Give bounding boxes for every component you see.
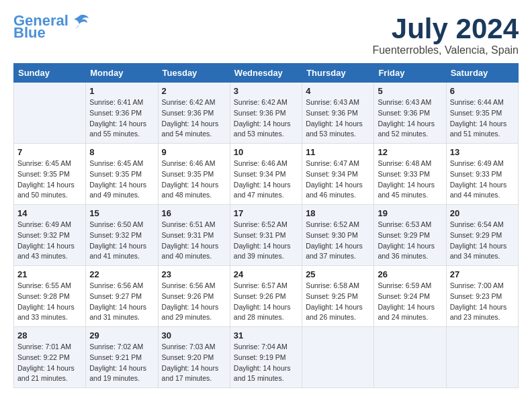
day-number: 26 xyxy=(378,269,442,279)
day-info: Sunrise: 6:44 AMSunset: 9:35 PMDaylight:… xyxy=(450,97,515,140)
day-number: 28 xyxy=(17,330,82,340)
day-info: Sunrise: 6:56 AMSunset: 9:26 PMDaylight:… xyxy=(162,281,226,323)
day-info: Sunrise: 7:04 AMSunset: 9:19 PMDaylight:… xyxy=(234,342,298,384)
day-info: Sunrise: 6:49 AMSunset: 9:32 PMDaylight:… xyxy=(17,220,82,262)
day-cell xyxy=(446,327,518,388)
day-number: 27 xyxy=(450,269,515,279)
day-number: 23 xyxy=(162,269,226,279)
day-cell: 12Sunrise: 6:48 AMSunset: 9:33 PMDayligh… xyxy=(374,144,446,205)
day-cell: 2Sunrise: 6:42 AMSunset: 9:36 PMDaylight… xyxy=(158,83,230,144)
day-info: Sunrise: 6:58 AMSunset: 9:25 PMDaylight:… xyxy=(306,281,370,323)
day-cell xyxy=(14,83,86,144)
day-cell: 21Sunrise: 6:55 AMSunset: 9:28 PMDayligh… xyxy=(14,266,86,327)
day-cell: 22Sunrise: 6:56 AMSunset: 9:27 PMDayligh… xyxy=(86,266,158,327)
day-info: Sunrise: 6:53 AMSunset: 9:29 PMDaylight:… xyxy=(378,220,442,262)
logo: General Blue xyxy=(13,13,90,40)
day-number: 17 xyxy=(234,208,298,218)
week-row-2: 7Sunrise: 6:45 AMSunset: 9:35 PMDaylight… xyxy=(14,144,519,205)
day-number: 31 xyxy=(234,330,298,340)
day-cell: 27Sunrise: 7:00 AMSunset: 9:23 PMDayligh… xyxy=(446,266,518,327)
day-number: 18 xyxy=(306,208,370,218)
day-cell: 10Sunrise: 6:46 AMSunset: 9:34 PMDayligh… xyxy=(230,144,302,205)
day-number: 11 xyxy=(306,147,370,157)
logo-bird-icon xyxy=(70,13,90,32)
day-cell: 3Sunrise: 6:42 AMSunset: 9:36 PMDaylight… xyxy=(230,83,302,144)
day-cell: 5Sunrise: 6:43 AMSunset: 9:36 PMDaylight… xyxy=(374,83,446,144)
day-info: Sunrise: 7:00 AMSunset: 9:23 PMDaylight:… xyxy=(450,281,515,323)
day-info: Sunrise: 6:54 AMSunset: 9:29 PMDaylight:… xyxy=(450,220,515,262)
day-info: Sunrise: 6:57 AMSunset: 9:26 PMDaylight:… xyxy=(234,281,298,323)
day-cell: 20Sunrise: 6:54 AMSunset: 9:29 PMDayligh… xyxy=(446,205,518,266)
day-info: Sunrise: 6:56 AMSunset: 9:27 PMDaylight:… xyxy=(89,281,154,323)
day-number: 20 xyxy=(450,208,515,218)
day-number: 16 xyxy=(162,208,226,218)
day-number: 10 xyxy=(234,147,298,157)
header-row: SundayMondayTuesdayWednesdayThursdayFrid… xyxy=(14,64,519,83)
day-cell: 16Sunrise: 6:51 AMSunset: 9:31 PMDayligh… xyxy=(158,205,230,266)
col-header-friday: Friday xyxy=(374,64,446,83)
col-header-tuesday: Tuesday xyxy=(158,64,230,83)
day-info: Sunrise: 6:46 AMSunset: 9:34 PMDaylight:… xyxy=(234,158,298,201)
day-number: 30 xyxy=(162,330,226,340)
day-cell: 4Sunrise: 6:43 AMSunset: 9:36 PMDaylight… xyxy=(302,83,374,144)
day-number: 13 xyxy=(450,147,515,157)
week-row-4: 21Sunrise: 6:55 AMSunset: 9:28 PMDayligh… xyxy=(14,266,519,327)
col-header-sunday: Sunday xyxy=(14,64,86,83)
day-number: 19 xyxy=(378,208,442,218)
day-number: 9 xyxy=(162,147,226,157)
day-info: Sunrise: 7:03 AMSunset: 9:20 PMDaylight:… xyxy=(162,342,226,384)
title-block: July 2024 Fuenterrobles, Valencia, Spain xyxy=(372,13,519,56)
col-header-thursday: Thursday xyxy=(302,64,374,83)
day-number: 21 xyxy=(17,269,82,279)
day-cell: 31Sunrise: 7:04 AMSunset: 9:19 PMDayligh… xyxy=(230,327,302,388)
day-cell: 29Sunrise: 7:02 AMSunset: 9:21 PMDayligh… xyxy=(86,327,158,388)
day-cell: 17Sunrise: 6:52 AMSunset: 9:31 PMDayligh… xyxy=(230,205,302,266)
day-info: Sunrise: 7:01 AMSunset: 9:22 PMDaylight:… xyxy=(17,342,82,384)
day-number: 1 xyxy=(89,86,154,96)
day-cell: 6Sunrise: 6:44 AMSunset: 9:35 PMDaylight… xyxy=(446,83,518,144)
day-number: 22 xyxy=(89,269,154,279)
day-number: 4 xyxy=(306,86,370,96)
day-number: 29 xyxy=(89,330,154,340)
day-number: 5 xyxy=(378,86,442,96)
page-header: General Blue July 2024 Fuenterrobles, Va… xyxy=(13,13,519,56)
location: Fuenterrobles, Valencia, Spain xyxy=(372,44,519,56)
day-cell: 26Sunrise: 6:59 AMSunset: 9:24 PMDayligh… xyxy=(374,266,446,327)
day-cell: 15Sunrise: 6:50 AMSunset: 9:32 PMDayligh… xyxy=(86,205,158,266)
day-cell: 1Sunrise: 6:41 AMSunset: 9:36 PMDaylight… xyxy=(86,83,158,144)
day-cell: 18Sunrise: 6:52 AMSunset: 9:30 PMDayligh… xyxy=(302,205,374,266)
day-info: Sunrise: 6:50 AMSunset: 9:32 PMDaylight:… xyxy=(89,220,154,262)
day-info: Sunrise: 6:48 AMSunset: 9:33 PMDaylight:… xyxy=(378,158,442,201)
day-number: 2 xyxy=(162,86,226,96)
day-number: 8 xyxy=(89,147,154,157)
day-cell: 8Sunrise: 6:45 AMSunset: 9:35 PMDaylight… xyxy=(86,144,158,205)
col-header-saturday: Saturday xyxy=(446,64,518,83)
calendar-table: SundayMondayTuesdayWednesdayThursdayFrid… xyxy=(13,63,519,388)
day-cell: 7Sunrise: 6:45 AMSunset: 9:35 PMDaylight… xyxy=(14,144,86,205)
week-row-3: 14Sunrise: 6:49 AMSunset: 9:32 PMDayligh… xyxy=(14,205,519,266)
day-cell xyxy=(374,327,446,388)
day-cell xyxy=(302,327,374,388)
day-info: Sunrise: 6:59 AMSunset: 9:24 PMDaylight:… xyxy=(378,281,442,323)
col-header-monday: Monday xyxy=(86,64,158,83)
day-cell: 24Sunrise: 6:57 AMSunset: 9:26 PMDayligh… xyxy=(230,266,302,327)
day-info: Sunrise: 6:52 AMSunset: 9:30 PMDaylight:… xyxy=(306,220,370,262)
day-cell: 30Sunrise: 7:03 AMSunset: 9:20 PMDayligh… xyxy=(158,327,230,388)
day-info: Sunrise: 6:46 AMSunset: 9:35 PMDaylight:… xyxy=(162,158,226,201)
day-info: Sunrise: 6:41 AMSunset: 9:36 PMDaylight:… xyxy=(89,97,154,140)
day-info: Sunrise: 6:42 AMSunset: 9:36 PMDaylight:… xyxy=(234,97,298,140)
day-info: Sunrise: 6:43 AMSunset: 9:36 PMDaylight:… xyxy=(306,97,370,140)
day-cell: 23Sunrise: 6:56 AMSunset: 9:26 PMDayligh… xyxy=(158,266,230,327)
day-info: Sunrise: 6:42 AMSunset: 9:36 PMDaylight:… xyxy=(162,97,226,140)
day-number: 3 xyxy=(234,86,298,96)
day-info: Sunrise: 6:45 AMSunset: 9:35 PMDaylight:… xyxy=(17,158,82,201)
day-info: Sunrise: 6:43 AMSunset: 9:36 PMDaylight:… xyxy=(378,97,442,140)
day-cell: 14Sunrise: 6:49 AMSunset: 9:32 PMDayligh… xyxy=(14,205,86,266)
day-info: Sunrise: 7:02 AMSunset: 9:21 PMDaylight:… xyxy=(89,342,154,384)
day-info: Sunrise: 6:52 AMSunset: 9:31 PMDaylight:… xyxy=(234,220,298,262)
week-row-5: 28Sunrise: 7:01 AMSunset: 9:22 PMDayligh… xyxy=(14,327,519,388)
col-header-wednesday: Wednesday xyxy=(230,64,302,83)
day-cell: 13Sunrise: 6:49 AMSunset: 9:33 PMDayligh… xyxy=(446,144,518,205)
day-info: Sunrise: 6:45 AMSunset: 9:35 PMDaylight:… xyxy=(89,158,154,201)
day-number: 12 xyxy=(378,147,442,157)
